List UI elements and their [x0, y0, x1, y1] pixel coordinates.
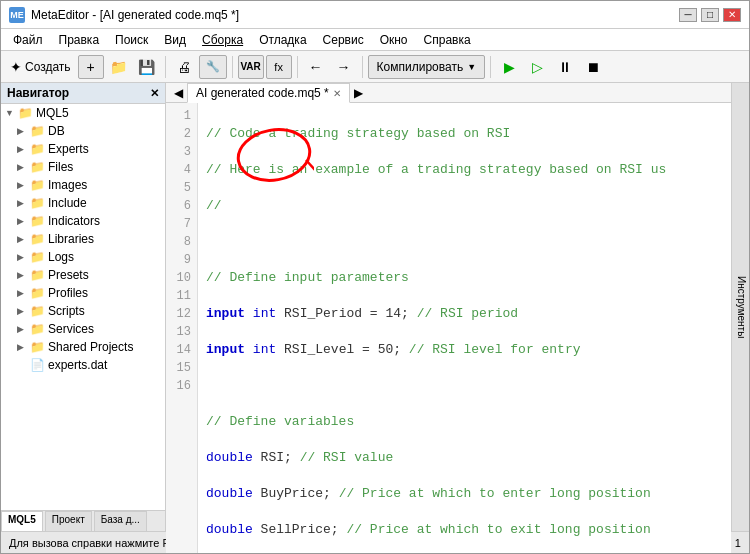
code-line-5: // Define input parameters: [206, 269, 723, 287]
menu-search[interactable]: Поиск: [107, 31, 156, 49]
separator-1: [165, 56, 166, 78]
create-label[interactable]: Создать: [25, 60, 71, 74]
folder-icon: 📁: [29, 340, 45, 354]
menu-edit[interactable]: Правка: [51, 31, 108, 49]
code-line-12: double SellPrice; // Price at which to e…: [206, 521, 723, 539]
menu-help[interactable]: Справка: [416, 31, 479, 49]
content-area: Навигатор ✕ ▼ 📁 MQL5 ▶ 📁 DB ▶ 📁 Experts: [1, 83, 749, 531]
toolbar-forward-button[interactable]: →: [331, 55, 357, 79]
toolbar-run2-button[interactable]: ▷: [524, 55, 550, 79]
maximize-button[interactable]: □: [701, 8, 719, 22]
toolbar-fx-button[interactable]: fx: [266, 55, 292, 79]
nav-item-shared-projects[interactable]: ▶ 📁 Shared Projects: [1, 338, 165, 356]
folder-icon: 📁: [29, 196, 45, 210]
toolbar-new-button[interactable]: +: [78, 55, 104, 79]
code-line-3: //: [206, 197, 723, 215]
nav-tab-bazad[interactable]: База д...: [94, 511, 147, 531]
nav-label-presets: Presets: [48, 268, 89, 282]
expand-arrow: ▶: [17, 144, 29, 154]
close-button[interactable]: ✕: [723, 8, 741, 22]
menu-file[interactable]: Файл: [5, 31, 51, 49]
folder-icon: 📁: [29, 160, 45, 174]
nav-label-include: Include: [48, 196, 87, 210]
toolbar-run-button[interactable]: ▶: [496, 55, 522, 79]
expand-arrow: ▶: [17, 306, 29, 316]
nav-label-shared-projects: Shared Projects: [48, 340, 133, 354]
toolbar-pause-button[interactable]: ⏸: [552, 55, 578, 79]
toolbar-var-button[interactable]: VAR: [238, 55, 264, 79]
code-line-2: // Here is an example of a trading strat…: [206, 161, 723, 179]
toolbar-back-button[interactable]: ←: [303, 55, 329, 79]
minimize-button[interactable]: ─: [679, 8, 697, 22]
nav-item-indicators[interactable]: ▶ 📁 Indicators: [1, 212, 165, 230]
nav-label-expertsdat: experts.dat: [48, 358, 107, 372]
navigator-panel: Навигатор ✕ ▼ 📁 MQL5 ▶ 📁 DB ▶ 📁 Experts: [1, 83, 166, 531]
nav-label-indicators: Indicators: [48, 214, 100, 228]
code-editor[interactable]: 12345678910111213141516 // Code a tradin…: [166, 103, 731, 554]
nav-label-libraries: Libraries: [48, 232, 94, 246]
expand-arrow: ▼: [5, 108, 17, 118]
nav-item-profiles[interactable]: ▶ 📁 Profiles: [1, 284, 165, 302]
nav-item-files[interactable]: ▶ 📁 Files: [1, 158, 165, 176]
toolbar-stop-button[interactable]: ⏹: [580, 55, 606, 79]
nav-item-experts[interactable]: ▶ 📁 Experts: [1, 140, 165, 158]
tools-label: Инструменты: [736, 276, 747, 338]
nav-item-expertsdat[interactable]: ▶ 📄 experts.dat: [1, 356, 165, 374]
folder-icon: 📁: [29, 124, 45, 138]
nav-item-db[interactable]: ▶ 📁 DB: [1, 122, 165, 140]
tab-scroll-right[interactable]: ▶: [350, 86, 367, 100]
menu-bar: Файл Правка Поиск Вид Сборка Отладка Сер…: [1, 29, 749, 51]
nav-tab-project[interactable]: Проект: [45, 511, 92, 531]
nav-item-services[interactable]: ▶ 📁 Services: [1, 320, 165, 338]
menu-build[interactable]: Сборка: [194, 31, 251, 49]
compile-button[interactable]: Компилировать ▼: [368, 55, 486, 79]
nav-label-experts: Experts: [48, 142, 89, 156]
folder-icon: 📁: [29, 250, 45, 264]
compile-dropdown-arrow[interactable]: ▼: [467, 62, 476, 72]
nav-item-logs[interactable]: ▶ 📁 Logs: [1, 248, 165, 266]
code-lines[interactable]: // Code a trading strategy based on RSI …: [198, 103, 731, 554]
menu-window[interactable]: Окно: [372, 31, 416, 49]
nav-item-images[interactable]: ▶ 📁 Images: [1, 176, 165, 194]
nav-item-presets[interactable]: ▶ 📁 Presets: [1, 266, 165, 284]
file-icon: 📄: [29, 358, 45, 372]
toolbar-print-button[interactable]: 🖨: [171, 55, 197, 79]
menu-view[interactable]: Вид: [156, 31, 194, 49]
navigator-title: Навигатор: [7, 86, 69, 100]
code-content: 12345678910111213141516 // Code a tradin…: [166, 103, 731, 554]
editor-tab-active[interactable]: AI generated code.mq5 * ✕: [187, 83, 350, 103]
menu-debug[interactable]: Отладка: [251, 31, 314, 49]
editor-tab-close[interactable]: ✕: [333, 88, 341, 99]
nav-label-files: Files: [48, 160, 73, 174]
nav-item-libraries[interactable]: ▶ 📁 Libraries: [1, 230, 165, 248]
separator-4: [362, 56, 363, 78]
expand-arrow: ▶: [17, 288, 29, 298]
nav-tab-mql5[interactable]: MQL5: [1, 511, 43, 531]
app-icon: ME: [9, 7, 25, 23]
nav-item-mql5[interactable]: ▼ 📁 MQL5: [1, 104, 165, 122]
status-help: Для вызова справки нажмите F1: [9, 537, 175, 549]
expand-arrow: ▶: [17, 252, 29, 262]
toolbar-build-button[interactable]: 🔧: [199, 55, 227, 79]
side-tools: Инструменты: [731, 83, 749, 531]
expand-arrow: ▶: [17, 180, 29, 190]
toolbar-open-button[interactable]: 📁: [106, 55, 132, 79]
expand-arrow: ▶: [17, 342, 29, 352]
menu-service[interactable]: Сервис: [315, 31, 372, 49]
expand-arrow: ▶: [17, 198, 29, 208]
expand-arrow: ▶: [17, 270, 29, 280]
right-panel: ◀ AI generated code.mq5 * ✕ ▶ 1234567891…: [166, 83, 731, 531]
nav-item-scripts[interactable]: ▶ 📁 Scripts: [1, 302, 165, 320]
navigator-header: Навигатор ✕: [1, 83, 165, 104]
nav-item-include[interactable]: ▶ 📁 Include: [1, 194, 165, 212]
nav-label-logs: Logs: [48, 250, 74, 264]
title-bar-controls: ─ □ ✕: [679, 8, 741, 22]
toolbar-save-button[interactable]: 💾: [134, 55, 160, 79]
folder-icon: 📁: [29, 214, 45, 228]
nav-label-profiles: Profiles: [48, 286, 88, 300]
toolbar: ✦ Создать + 📁 💾 🖨 🔧 VAR fx ← → Компилиро…: [1, 51, 749, 83]
navigator-close-button[interactable]: ✕: [150, 87, 159, 100]
tab-scroll-left[interactable]: ◀: [170, 86, 187, 100]
app-window: ME MetaEditor - [AI generated code.mq5 *…: [0, 0, 750, 554]
expand-arrow: ▶: [17, 216, 29, 226]
